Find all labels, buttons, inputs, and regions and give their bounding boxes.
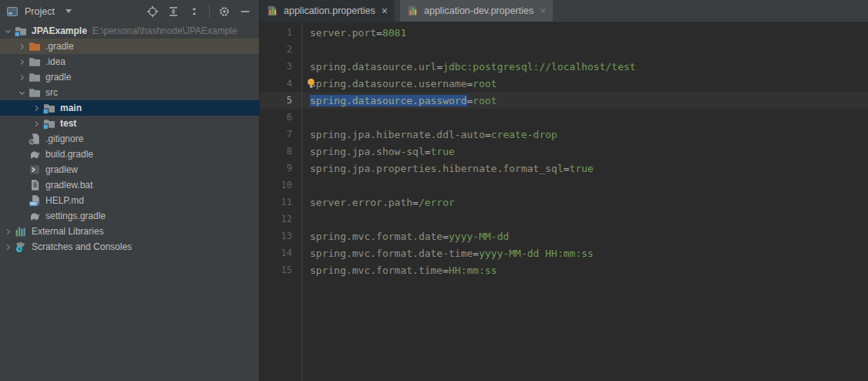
line-number: 11 [260,197,301,207]
code-line[interactable]: 13spring.mvc.format.date=yyyy-MM-dd [260,228,868,244]
project-tool-window: Project JPAExample E:\personal\hashnode\… [0,0,260,381]
selected-text: spring.datasource.password [310,95,467,106]
chevron-collapsed-icon[interactable] [30,117,43,130]
line-number: 1 [260,27,301,38]
project-toolbar: Project [0,0,259,22]
chevron-collapsed-icon[interactable] [2,241,15,253]
folder-icon [29,71,43,83]
code-line[interactable]: 15spring.mvc.format.time=HH:mm:ss [260,261,868,278]
close-tab-icon[interactable]: × [540,5,546,16]
code-line[interactable]: 2 [260,41,868,58]
libraries-icon [15,225,29,238]
line-number: 14 [260,248,301,258]
line-number: 8 [260,146,301,157]
code-line[interactable]: 11server.error.path=/error [260,194,868,211]
project-tool-window-icon [6,5,19,18]
tree-item-main[interactable]: main [0,100,259,116]
editor-tab-bar: application.properties × application-dev… [260,0,868,22]
excluded-folder-icon [29,40,43,52]
code-line[interactable]: 3spring.datasource.url=jdbc:postgresql:/… [260,58,868,75]
tree-item-help-md[interactable]: HELP.md [0,193,259,208]
tree-item-gradlew[interactable]: gradlew [0,162,259,177]
chevron-expanded-icon[interactable] [2,25,15,37]
tree-item-test[interactable]: test [0,116,259,131]
tree-item-external-libraries[interactable]: External Libraries [0,224,259,239]
code-line[interactable]: 6 [260,109,868,126]
project-view-dropdown[interactable]: Project [25,6,55,17]
code-line[interactable]: 8spring.jpa.show-sql=true [260,143,868,160]
tree-item-dot-gradle[interactable]: .gradle [0,39,259,54]
scratches-icon [15,241,29,253]
tree-item-gradlew-bat[interactable]: gradlew.bat [0,177,259,193]
line-number: 12 [260,214,301,224]
console-file-icon [29,164,43,176]
collapse-all-button[interactable] [188,5,200,18]
batch-file-icon [29,179,43,191]
tree-item-scratches-and-consoles[interactable]: Scratches and Consoles [0,239,259,255]
project-tree: JPAExample E:\personal\hashnode\JPAExamp… [0,22,259,255]
intention-bulb-icon[interactable] [306,78,316,89]
tab-application-dev-properties[interactable]: application-dev.properties × [400,0,553,22]
tab-application-properties[interactable]: application.properties × [260,0,395,22]
hide-panel-button[interactable] [239,5,251,18]
source-folder-icon [43,102,58,114]
chevron-expanded-icon[interactable] [15,86,29,99]
line-number: 7 [260,129,301,140]
properties-file-icon [407,5,419,17]
line-number: 9 [260,163,301,174]
line-number: 13 [260,231,301,241]
code-line[interactable]: 14spring.mvc.format.date-time=yyyy-MM-dd… [260,244,868,261]
tree-item-dot-idea[interactable]: .idea [0,54,259,69]
tree-item-jpaexample-root[interactable]: JPAExample E:\personal\hashnode\JPAExamp… [0,23,259,39]
line-number: 15 [260,265,301,275]
gradle-file-icon [29,210,43,222]
code-line[interactable]: 10 [260,177,868,194]
project-path: E:\personal\hashnode\JPAExample [93,25,237,36]
tree-item-gitignore[interactable]: .gitignore [0,131,259,147]
tree-item-build-gradle[interactable]: build.gradle [0,147,259,162]
code-line[interactable]: 9spring.jpa.properties.hibernate.format_… [260,160,868,177]
test-folder-icon [43,117,58,130]
chevron-down-icon[interactable] [66,9,72,13]
chevron-collapsed-icon[interactable] [15,40,29,52]
ignore-file-icon [29,133,43,145]
markdown-file-icon [29,194,43,207]
expand-all-button[interactable] [167,5,180,18]
gradle-file-icon [29,148,43,160]
tree-item-settings-gradle[interactable]: settings.gradle [0,208,259,224]
tree-item-src[interactable]: src [0,85,259,100]
code-line[interactable]: 1server.port=8081 [260,24,868,41]
code-line[interactable]: 4spring.datasource.username=root [260,75,868,92]
chevron-collapsed-icon[interactable] [30,102,43,114]
code-line[interactable]: 12 [260,211,868,228]
chevron-collapsed-icon[interactable] [15,71,29,83]
toolbar-divider [209,5,210,18]
line-number: 2 [260,44,301,55]
chevron-collapsed-icon[interactable] [2,225,15,238]
code-editor[interactable]: 1server.port=8081 2 3spring.datasource.u… [260,22,868,381]
line-number: 10 [260,180,301,190]
editor-pane: application.properties × application-dev… [260,0,868,381]
folder-icon [29,86,43,99]
properties-file-icon [267,5,279,17]
code-line[interactable]: 7spring.jpa.hibernate.ddl-auto=create-dr… [260,126,868,143]
folder-icon [29,56,43,68]
line-number: 5 [260,95,301,106]
tree-item-gradle[interactable]: gradle [0,69,259,85]
close-tab-icon[interactable]: × [382,5,388,16]
chevron-collapsed-icon[interactable] [15,56,29,68]
line-number: 6 [260,112,301,123]
line-number: 3 [260,61,301,72]
settings-gear-button[interactable] [218,5,230,18]
line-number: 4 [260,78,301,89]
select-opened-file-button[interactable] [146,5,159,18]
project-folder-icon [15,25,29,37]
code-line-caret[interactable]: 5spring.datasource.password=root [260,92,868,109]
